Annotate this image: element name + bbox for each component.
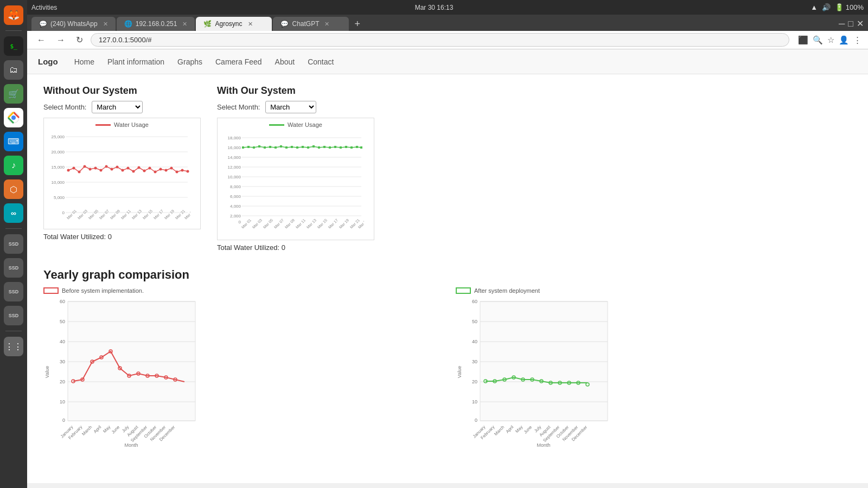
nav-link-camera-feed[interactable]: Camera Feed [210,55,267,68]
nav-link-home[interactable]: Home [69,55,100,68]
sidebar-icon-appstore[interactable]: 🛒 [4,84,23,104]
yearly-after-legend-label: After system deployment [474,287,540,294]
with-system-legend: Water Usage [218,118,374,131]
sidebar-icon-firefox[interactable]: 🦊 [4,5,23,25]
svg-text:May: May [514,425,524,434]
tab-chatgpt-close[interactable]: ✕ [324,21,329,28]
sidebar-icon-spotify[interactable]: ♪ [4,156,23,175]
without-legend-label: Water Usage [114,121,149,128]
svg-rect-81 [312,145,315,147]
sidebar-icon-ssd2[interactable]: SSD [4,258,23,278]
svg-text:5,000: 5,000 [54,195,65,200]
svg-point-19 [94,167,97,170]
sidebar-icon-ssd4[interactable]: SSD [4,306,23,325]
sidebar-icon-chrome[interactable] [4,108,23,127]
svg-rect-70 [253,146,255,149]
without-system-chart-container: Water Usage 25,000 20,000 [43,118,201,229]
sidebar-icon-arduino[interactable]: ∞ [4,203,23,223]
svg-rect-73 [269,146,271,148]
svg-point-26 [132,170,135,173]
tab-whatsapp[interactable]: 💬 (240) WhatsApp ✕ [31,17,116,31]
sidebar-icon-ssd3[interactable]: SSD [4,282,23,301]
yearly-title: Yearly graph comparision [43,268,868,282]
svg-rect-77 [291,146,293,148]
new-tab-button[interactable]: + [350,17,365,31]
svg-text:8,000: 8,000 [230,184,241,189]
svg-text:50: 50 [472,319,477,324]
svg-text:June: June [111,425,121,435]
svg-text:Mar 09: Mar 09 [284,218,295,229]
forward-button[interactable]: → [53,34,68,46]
svg-text:Mar 05: Mar 05 [263,218,273,229]
yearly-after-chart: 60 50 40 30 20 10 0 Value [456,296,613,448]
close-button[interactable]: ✕ [857,18,864,29]
without-system-legend: Water Usage [44,118,200,131]
nav-link-contact[interactable]: Contact [302,55,339,68]
nav-link-about[interactable]: About [270,55,301,68]
svg-text:Mar 11: Mar 11 [120,209,131,220]
bookmark-icon[interactable]: ☆ [827,35,834,45]
url-input[interactable]: 127.0.0.1:5000/# [91,33,789,47]
svg-rect-88 [350,146,353,149]
linux-sidebar: 🦊 $_ 🗂 🛒 ⌨ ♪ ⬡ ∞ SSD SSD SSD SSD ⋮⋮ [0,0,27,483]
svg-point-29 [149,167,151,170]
svg-point-16 [78,171,81,174]
svg-rect-72 [264,146,266,149]
volume-icon: 🔊 [822,3,831,11]
svg-point-27 [138,166,141,169]
tab-ip-close[interactable]: ✕ [182,21,187,28]
tab-chatgpt[interactable]: 💬 ChatGPT ✕ [273,17,349,31]
svg-text:10: 10 [60,399,65,404]
extensions-icon[interactable]: ⬛ [798,35,808,45]
minimize-button[interactable]: ─ [839,18,845,29]
svg-text:April: April [93,425,103,434]
svg-point-25 [127,167,130,170]
battery-icon: 🔋 100% [835,3,864,11]
maximize-button[interactable]: □ [848,18,853,29]
datetime-label: Mar 30 16:13 [415,4,454,11]
svg-text:Month: Month [124,442,138,448]
activities-label: Activities [31,4,57,11]
sidebar-icon-terminal[interactable]: $_ [4,36,23,56]
profile-icon[interactable]: 👤 [839,35,849,45]
sidebar-icon-layers[interactable]: ⬡ [4,179,23,199]
more-icon[interactable]: ⋮ [853,35,861,45]
svg-text:March: March [81,425,93,436]
svg-text:4,000: 4,000 [230,204,241,209]
svg-text:20: 20 [472,379,477,384]
sidebar-icon-vscode[interactable]: ⌨ [4,132,23,151]
svg-point-33 [170,167,173,170]
with-month-select[interactable]: JanuaryFebruaryMarch AprilMayJune JulyAu… [265,101,316,113]
svg-point-31 [159,168,162,171]
tab-ip[interactable]: 🌐 192.168.0.251 ✕ [117,17,195,31]
svg-text:Mar 07: Mar 07 [99,209,110,220]
svg-text:40: 40 [472,339,477,344]
svg-text:15,000: 15,000 [52,165,65,170]
svg-point-35 [181,169,184,172]
back-button[interactable]: ← [34,34,49,46]
browser-icons: ⬛ 🔍 ☆ 👤 ⋮ [798,35,861,45]
tab-agrosync-close[interactable]: ✕ [248,21,253,28]
svg-text:10,000: 10,000 [228,175,241,179]
svg-text:Mar 19: Mar 19 [339,218,349,229]
svg-text:Mar 15: Mar 15 [317,218,328,229]
wifi-icon: ▲ [810,3,818,11]
nav-link-graphs[interactable]: Graphs [172,55,208,68]
svg-point-20 [100,169,103,172]
without-month-select[interactable]: JanuaryFebruaryMarch AprilMayJune JulyAu… [92,101,143,113]
svg-text:Mar 13: Mar 13 [131,209,142,220]
with-system-chart: 18,000 16,000 14,000 12,000 10,000 8,000… [218,131,364,240]
nav-link-plant-info[interactable]: Plant information [102,55,170,68]
zoom-icon[interactable]: 🔍 [813,35,823,45]
main-content: Without Our System Select Month: January… [27,74,868,460]
sidebar-icon-files[interactable]: 🗂 [4,60,23,80]
svg-point-28 [143,170,146,172]
sidebar-icon-apps[interactable]: ⋮⋮ [4,337,23,356]
tab-whatsapp-close[interactable]: ✕ [103,21,108,28]
tab-agrosync[interactable]: 🌿 Agrosync ✕ [196,17,272,31]
sidebar-icon-ssd1[interactable]: SSD [4,234,23,254]
reload-button[interactable]: ↻ [73,34,86,46]
svg-point-34 [176,171,178,174]
svg-rect-75 [280,145,282,147]
svg-text:0: 0 [475,418,477,423]
